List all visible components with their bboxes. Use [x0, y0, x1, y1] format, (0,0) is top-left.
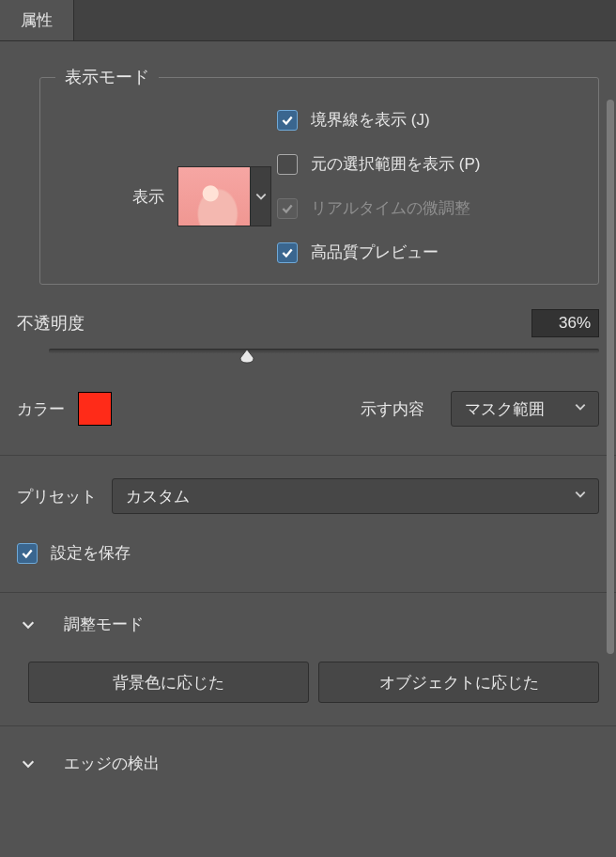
checkbox-show-original[interactable]: 元の選択範囲を表示 (P): [277, 153, 480, 175]
chevron-down-icon[interactable]: [250, 167, 270, 226]
check-icon: [277, 154, 298, 175]
check-icon: [17, 543, 38, 564]
adjust-object-button[interactable]: オブジェクトに応じた: [318, 662, 599, 703]
divider: [0, 725, 616, 726]
scrollbar[interactable]: [605, 100, 614, 682]
display-mode-legend: 表示モード: [55, 66, 159, 88]
chevron-down-icon: [17, 756, 39, 771]
checkbox-label: 高品質プレビュー: [311, 242, 439, 263]
panel-content: 表示モード 表示 境界線を表示: [0, 41, 616, 857]
opacity-input[interactable]: 36%: [531, 309, 599, 337]
checkbox-label: 境界線を表示 (J): [311, 109, 430, 131]
preset-label: プリセット: [17, 486, 97, 507]
view-thumbnail: [178, 167, 250, 226]
divider: [0, 592, 616, 593]
show-content-dropdown[interactable]: マスク範囲: [451, 391, 599, 427]
check-icon: [277, 242, 298, 263]
section-title: 調整モード: [64, 614, 144, 635]
tab-bar: 属性: [0, 0, 616, 41]
checkbox-show-edge[interactable]: 境界線を表示 (J): [277, 109, 480, 131]
view-mode-dropdown[interactable]: [177, 166, 271, 226]
opacity-label: 不透明度: [17, 312, 85, 335]
section-title: エッジの検出: [64, 753, 160, 774]
section-edge-detect[interactable]: エッジの検出: [0, 753, 616, 774]
chevron-down-icon: [574, 487, 587, 506]
checkbox-label: 設定を保存: [51, 542, 131, 564]
chevron-down-icon: [17, 617, 39, 632]
color-swatch[interactable]: [78, 392, 112, 426]
dropdown-value: マスク範囲: [465, 398, 564, 420]
divider: [0, 455, 616, 456]
tab-properties[interactable]: 属性: [0, 0, 74, 40]
section-adjust-mode[interactable]: 調整モード: [0, 614, 616, 635]
show-content-label: 示す内容: [361, 398, 424, 420]
display-label: 表示: [55, 186, 164, 208]
slider-thumb-icon[interactable]: [238, 348, 256, 365]
check-icon: [277, 110, 298, 131]
opacity-slider[interactable]: [49, 349, 599, 353]
adjust-bg-button[interactable]: 背景色に応じた: [28, 662, 309, 703]
scrollbar-thumb[interactable]: [607, 100, 614, 654]
button-label: 背景色に応じた: [113, 672, 224, 693]
checkbox-label: 元の選択範囲を表示 (P): [311, 153, 480, 175]
display-mode-group: 表示モード 表示 境界線を表示: [39, 66, 599, 285]
button-label: オブジェクトに応じた: [379, 672, 539, 693]
checkbox-label: リアルタイムの微調整: [311, 197, 470, 219]
checkbox-save-settings[interactable]: 設定を保存: [17, 542, 599, 564]
checkbox-hq-preview[interactable]: 高品質プレビュー: [277, 242, 480, 263]
color-label: カラー: [17, 398, 65, 420]
chevron-down-icon: [574, 399, 587, 418]
dropdown-value: カスタム: [126, 486, 564, 507]
preset-dropdown[interactable]: カスタム: [112, 478, 599, 514]
check-icon: [277, 198, 298, 219]
checkbox-realtime: リアルタイムの微調整: [277, 197, 480, 219]
